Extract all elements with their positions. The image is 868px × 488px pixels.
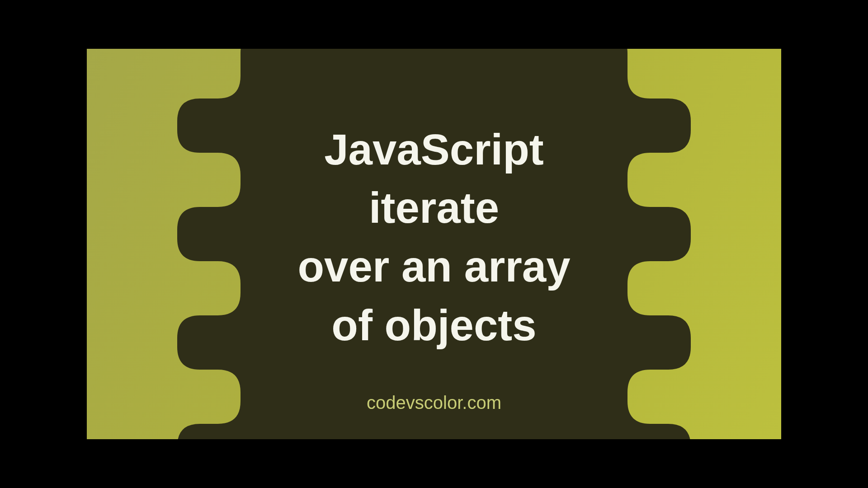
title-line-2: iterate	[369, 183, 499, 232]
title-line-3: over an array	[297, 242, 570, 291]
content-container: JavaScript iterate over an array of obje…	[87, 49, 781, 439]
hero-card: JavaScript iterate over an array of obje…	[87, 49, 781, 439]
title-line-1: JavaScript	[324, 125, 544, 174]
attribution-text: codevscolor.com	[367, 393, 501, 413]
main-title: JavaScript iterate over an array of obje…	[297, 120, 570, 354]
title-line-4: of objects	[331, 301, 536, 349]
